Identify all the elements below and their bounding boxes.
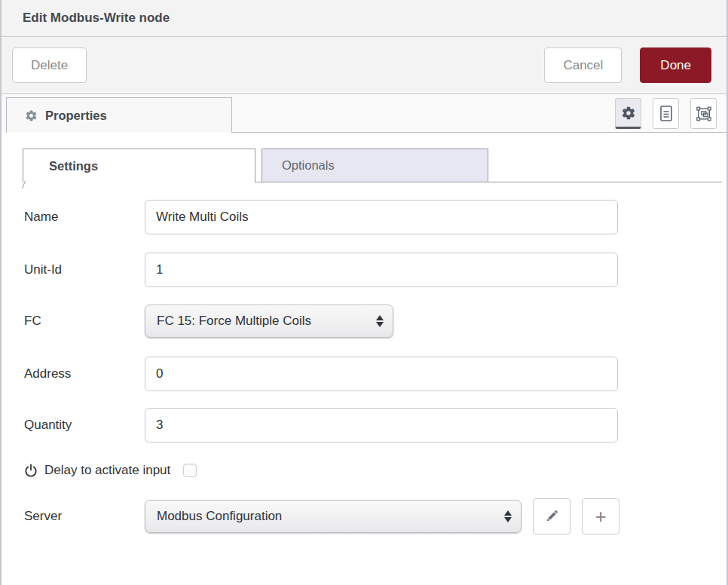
dialog-title: Edit Modbus-Write node	[23, 11, 170, 26]
delay-label: Delay to activate input	[44, 463, 170, 478]
server-row: Server Modbus Configuration	[24, 498, 726, 534]
appearance-tab-button[interactable]	[690, 98, 717, 129]
properties-tabbar: Properties	[2, 94, 726, 133]
unit-id-input[interactable]	[145, 253, 618, 287]
properties-tab-button[interactable]	[615, 98, 641, 129]
properties-panel: Settings Optionals Name Unit-Id FC FC 15…	[2, 133, 726, 534]
fc-row: FC FC 15: Force Multiple Coils	[24, 305, 726, 338]
server-label: Server	[24, 509, 145, 524]
pencil-icon	[544, 509, 559, 524]
address-input[interactable]	[145, 357, 618, 391]
dialog-toolbar: Delete Cancel Done	[2, 37, 726, 94]
delete-button[interactable]: Delete	[12, 47, 87, 83]
quantity-row: Quantity	[24, 408, 726, 443]
quantity-label: Quantity	[24, 418, 145, 433]
tab-settings[interactable]: Settings	[23, 149, 255, 182]
delay-checkbox[interactable]	[183, 464, 197, 477]
select-arrows-icon	[504, 510, 512, 522]
tab-properties[interactable]: Properties	[6, 97, 232, 133]
settings-form: Name Unit-Id FC FC 15: Force Multiple Co…	[2, 200, 726, 534]
name-input[interactable]	[145, 200, 618, 234]
power-icon	[24, 464, 38, 477]
fc-select-value: FC 15: Force Multiple Coils	[157, 314, 311, 329]
quantity-input[interactable]	[145, 408, 618, 443]
description-tab-button[interactable]	[653, 98, 679, 129]
tab-optionals[interactable]: Optionals	[262, 149, 488, 182]
edit-server-button[interactable]	[533, 498, 570, 534]
dialog-header: Edit Modbus-Write node	[2, 0, 726, 37]
address-row: Address	[24, 357, 726, 391]
unit-id-label: Unit-Id	[24, 262, 145, 277]
name-row: Name	[24, 200, 726, 234]
tab-settings-label: Settings	[49, 159, 98, 173]
fc-select[interactable]: FC 15: Force Multiple Coils	[145, 305, 393, 338]
address-label: Address	[24, 366, 145, 381]
add-server-button[interactable]: +	[582, 498, 619, 534]
server-select[interactable]: Modbus Configuration	[145, 500, 522, 533]
gear-icon	[25, 109, 38, 122]
plus-icon: +	[595, 505, 606, 528]
cancel-button[interactable]: Cancel	[544, 47, 622, 83]
editor-tab-buttons	[615, 98, 717, 129]
unit-id-row: Unit-Id	[24, 253, 726, 287]
fc-label: FC	[24, 314, 145, 329]
settings-optionals-tabs: Settings Optionals	[2, 149, 726, 182]
delay-row: Delay to activate input	[24, 463, 726, 478]
name-label: Name	[24, 210, 145, 225]
edit-node-dialog: Edit Modbus-Write node Delete Cancel Don…	[0, 0, 728, 585]
select-arrows-icon	[376, 315, 384, 327]
server-select-value: Modbus Configuration	[157, 509, 282, 524]
tab-properties-label: Properties	[45, 109, 107, 123]
description-icon	[659, 105, 674, 122]
tab-optionals-label: Optionals	[282, 158, 335, 173]
done-button[interactable]: Done	[640, 47, 711, 83]
appearance-icon	[696, 106, 712, 122]
settings-gear-icon	[621, 106, 636, 121]
